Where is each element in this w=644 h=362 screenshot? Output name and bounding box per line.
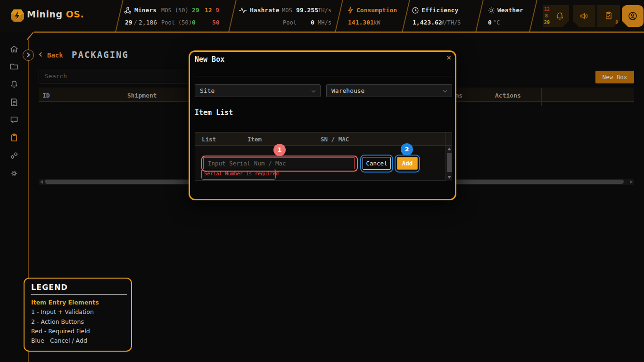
serial-number-input[interactable] <box>203 157 355 169</box>
miners-icon <box>124 6 132 15</box>
sidebar-item-messages[interactable] <box>9 115 19 124</box>
hashrate-pool-value: 0 <box>311 19 314 26</box>
scroll-down-icon[interactable] <box>447 176 451 179</box>
consumption-icon <box>347 6 355 14</box>
column-header-id: ID <box>42 92 50 99</box>
notifications-badge-yellow: 29 <box>544 20 550 25</box>
scroll-right-icon[interactable] <box>630 180 633 184</box>
user-icon <box>627 11 638 21</box>
cancel-button[interactable]: Cancel <box>363 157 391 170</box>
legend-panel: LEGEND Item Entry Elements 1 - Input + V… <box>24 278 132 352</box>
miners-count-divider: / <box>134 19 137 25</box>
new-box-modal: New Box × Site Warehouse Item List List … <box>189 50 456 200</box>
hashrate-icon <box>239 6 247 15</box>
top-header: Mining OS. Miners MOS (50) 29 12 9 29 / … <box>0 0 644 32</box>
miners-mos-warn: 12 <box>205 7 212 14</box>
header-separator <box>335 0 343 32</box>
hashrate-mos-unit: TH/s <box>318 7 331 14</box>
consumption-title: Consumption <box>356 7 397 14</box>
annotation-badge-2: 2 <box>401 143 413 156</box>
column-divider <box>541 88 542 106</box>
chevron-right-icon <box>25 53 30 58</box>
miners-mos-err: 9 <box>215 7 219 14</box>
back-chevron-icon[interactable] <box>39 52 44 57</box>
efficiency-icon <box>412 7 419 14</box>
site-select-value: Site <box>200 87 215 94</box>
item-list-vertical-scrollbar[interactable] <box>446 146 452 181</box>
bell-icon <box>555 11 565 21</box>
tasks-button[interactable]: 8 <box>597 5 620 27</box>
miners-stat-segment: Miners MOS (50) 29 12 9 29 / 2,186 Pool … <box>118 0 231 32</box>
validation-error-text: Serial Number is required <box>204 171 279 176</box>
miners-pool-err: 50 <box>212 19 220 26</box>
item-list-heading: Item List <box>195 108 233 117</box>
screen: Mining OS. Miners MOS (50) 29 12 9 29 / … <box>0 0 644 362</box>
warehouse-select[interactable]: Warehouse <box>326 84 452 97</box>
efficiency-value: 1,423.62 <box>413 19 442 26</box>
hashrate-mos-label: MOS <box>282 7 292 14</box>
modal-divider <box>195 76 452 76</box>
header-separator <box>475 0 484 32</box>
scroll-up-icon[interactable] <box>447 148 451 150</box>
legend-item: Red - Required Field <box>31 328 90 335</box>
back-link[interactable]: Back <box>47 51 63 59</box>
sidebar-item-folder[interactable] <box>9 62 19 71</box>
sidebar-item-integrations[interactable] <box>9 151 19 160</box>
sidebar-item-packaging[interactable] <box>9 133 19 142</box>
hashrate-pool-unit: MH/s <box>318 19 331 26</box>
brand-primary: Mining <box>27 9 63 19</box>
hashrate-pool-label: Pool <box>283 19 297 26</box>
warehouse-select-value: Warehouse <box>331 87 364 94</box>
hashrate-mos-value: 99.255 <box>296 7 318 14</box>
miners-count: 29 <box>125 19 132 26</box>
item-table-header: List Item SN / MAC <box>195 132 452 146</box>
sound-button[interactable] <box>573 5 595 27</box>
header-underline <box>34 32 644 33</box>
new-box-button[interactable]: New Box <box>595 71 634 83</box>
hashrate-title: Hashrate <box>250 7 280 14</box>
sidebar-item-alerts[interactable] <box>9 80 19 89</box>
chevron-down-icon <box>443 89 447 92</box>
weather-stat-segment: Weather 0 °C <box>486 0 533 32</box>
sidebar-item-reports[interactable] <box>9 98 19 107</box>
efficiency-title: Efficiency <box>421 7 458 14</box>
miners-mos-ok: 29 <box>192 7 199 14</box>
efficiency-unit: W/TH/S <box>440 19 461 26</box>
miners-total: 2,186 <box>139 19 157 26</box>
consumption-value: 141.301 <box>348 19 374 26</box>
modal-close-icon[interactable]: × <box>446 53 451 62</box>
legend-item: 1 - Input + Validation <box>31 308 94 315</box>
column-header-shipment: Shipment <box>127 92 157 99</box>
clipboard-check-icon <box>604 11 613 20</box>
weather-value: 0 <box>488 19 492 26</box>
legend-item: 2 - Action Buttons <box>31 318 84 325</box>
sidebar-item-settings[interactable] <box>9 169 19 178</box>
page-title: PACKAGING <box>72 49 129 60</box>
hashrate-stat-segment: Hashrate MOS 99.255 TH/s Pool 0 MH/s <box>236 0 335 32</box>
site-select[interactable]: Site <box>195 84 321 97</box>
modal-title: New Box <box>195 55 224 64</box>
sidebar-item-home[interactable] <box>9 44 19 54</box>
legend-title: LEGEND <box>31 283 68 292</box>
miners-title: Miners <box>134 7 157 14</box>
add-button[interactable]: Add <box>397 157 418 170</box>
notifications-button[interactable]: 12 8 29 <box>543 5 569 27</box>
consumption-stat-segment: Consumption 141.301 kW <box>344 0 405 32</box>
scroll-left-icon[interactable] <box>40 180 43 184</box>
weather-icon <box>487 7 495 14</box>
column-header-item: Item <box>248 136 262 143</box>
weather-unit: °C <box>493 19 500 26</box>
efficiency-stat-segment: Efficiency 1,423.62 W/TH/S <box>409 0 475 32</box>
user-button[interactable] <box>622 5 644 27</box>
notifications-badge-orange: 8 <box>545 14 548 18</box>
miners-pool-ok: 0 <box>192 19 196 26</box>
tasks-badge: 8 <box>615 20 618 25</box>
column-divider <box>445 132 446 146</box>
sidebar-toggle-button[interactable] <box>23 49 34 61</box>
scrollbar-thumb[interactable] <box>447 153 452 172</box>
chevron-down-icon <box>312 89 315 92</box>
legend-item: Blue - Cancel / Add <box>31 337 87 344</box>
legend-divider <box>31 294 127 295</box>
column-header-sn-mac: SN / MAC <box>321 136 349 143</box>
consumption-unit: kW <box>373 19 380 26</box>
